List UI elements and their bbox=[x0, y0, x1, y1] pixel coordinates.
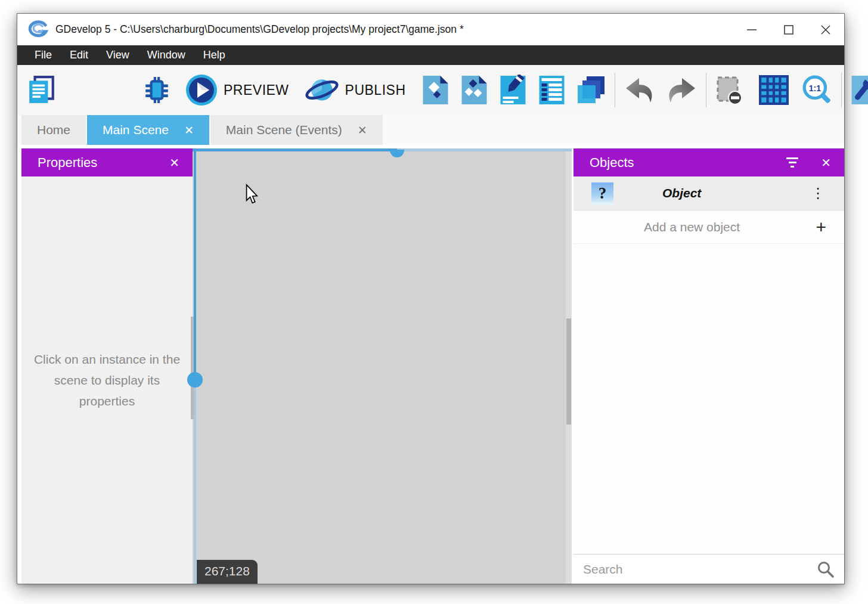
publish-globe-icon bbox=[305, 75, 339, 105]
edit-scene-button[interactable] bbox=[421, 75, 450, 106]
close-button[interactable] bbox=[807, 14, 844, 45]
object-name: Object bbox=[662, 186, 701, 200]
scene-icon bbox=[421, 75, 450, 106]
zoom-ratio-label: 1:1 bbox=[808, 83, 820, 93]
objects-header: Objects ✕ bbox=[574, 148, 844, 176]
close-panel-icon[interactable]: ✕ bbox=[169, 156, 179, 170]
cursor-coordinates-badge: 267;128 bbox=[197, 560, 258, 584]
properties-title: Properties bbox=[38, 155, 97, 171]
tab-main-scene-label: Main Scene bbox=[103, 123, 169, 137]
close-icon bbox=[819, 23, 832, 36]
zoom-1-1-icon: 1:1 bbox=[802, 75, 833, 106]
maximize-button[interactable] bbox=[770, 14, 807, 45]
edit-pencil-icon bbox=[499, 75, 527, 106]
tab-close-icon[interactable]: ✕ bbox=[358, 123, 367, 137]
object-thumbnail-icon: ? bbox=[591, 182, 613, 205]
objects-panel: Objects ✕ ? Object ⋮ Add a new object + bbox=[574, 148, 844, 584]
toggle-mask-button[interactable] bbox=[715, 75, 743, 105]
toggle-grid-button[interactable] bbox=[759, 75, 789, 105]
object-menu-icon[interactable]: ⋮ bbox=[811, 185, 825, 202]
tab-main-scene-events[interactable]: Main Scene (Events) ✕ bbox=[210, 115, 383, 145]
objects-search-bar bbox=[574, 554, 844, 584]
properties-body: Click on an instance in the scene to dis… bbox=[21, 176, 193, 584]
layers-icon bbox=[576, 75, 606, 105]
project-manager-icon bbox=[27, 76, 57, 104]
menu-view[interactable]: View bbox=[97, 45, 138, 65]
tab-home[interactable]: Home bbox=[21, 115, 86, 145]
add-object-label: Add a new object bbox=[644, 220, 740, 234]
wrench-doc-icon bbox=[850, 75, 868, 106]
canvas-scrollbar-track[interactable] bbox=[566, 151, 572, 584]
play-icon bbox=[185, 74, 218, 106]
close-panel-icon[interactable]: ✕ bbox=[821, 156, 831, 170]
scenes-list-button[interactable] bbox=[460, 75, 488, 106]
tab-main-scene-events-label: Main Scene (Events) bbox=[226, 123, 342, 137]
menu-help[interactable]: Help bbox=[194, 45, 234, 65]
search-input[interactable] bbox=[583, 562, 817, 577]
menu-file[interactable]: File bbox=[26, 45, 61, 65]
toolbar-separator bbox=[841, 73, 842, 107]
window-controls bbox=[733, 14, 844, 45]
properties-scrollbar-thumb[interactable] bbox=[191, 317, 194, 419]
filter-icon[interactable] bbox=[786, 157, 798, 168]
search-icon bbox=[817, 560, 835, 578]
properties-header: Properties ✕ bbox=[21, 148, 193, 176]
redo-button[interactable] bbox=[665, 76, 698, 104]
undo-button[interactable] bbox=[624, 76, 656, 104]
grid-icon bbox=[759, 75, 789, 105]
left-divider-handle[interactable] bbox=[187, 372, 203, 388]
tab-bar: Home Main Scene ✕ Main Scene (Events) ✕ bbox=[17, 115, 844, 145]
objects-title: Objects bbox=[590, 155, 634, 171]
canvas-scrollbar-thumb[interactable] bbox=[566, 318, 571, 425]
mouse-cursor-icon bbox=[241, 183, 259, 206]
toolbar: PREVIEW PUBLISH bbox=[17, 65, 844, 115]
object-list-item[interactable]: ? Object ⋮ bbox=[574, 176, 844, 210]
preview-label: PREVIEW bbox=[224, 82, 289, 98]
app-window: GDevelop 5 - C:\Users\charburg\Documents… bbox=[17, 13, 845, 584]
tab-home-label: Home bbox=[37, 123, 70, 137]
zoom-original-button[interactable]: 1:1 bbox=[802, 75, 833, 106]
open-events-button[interactable] bbox=[538, 75, 566, 106]
menu-bar: File Edit View Window Help bbox=[17, 45, 844, 65]
window-title: GDevelop 5 - C:\Users\charburg\Documents… bbox=[55, 23, 464, 36]
main-content: Properties ✕ Click on an instance in the… bbox=[17, 145, 844, 584]
properties-empty-message: Click on an instance in the scene to dis… bbox=[21, 349, 193, 411]
add-object-row[interactable]: Add a new object + bbox=[574, 210, 844, 244]
tab-main-scene[interactable]: Main Scene ✕ bbox=[87, 115, 209, 145]
titlebar: GDevelop 5 - C:\Users\charburg\Documents… bbox=[17, 14, 844, 45]
project-manager-button[interactable] bbox=[27, 76, 57, 104]
publish-button[interactable]: PUBLISH bbox=[305, 75, 406, 105]
redo-icon bbox=[665, 76, 698, 104]
gdevelop-logo-icon bbox=[27, 20, 48, 39]
plus-icon[interactable]: + bbox=[816, 217, 826, 237]
minimize-button[interactable] bbox=[733, 14, 770, 45]
scenes-list-icon bbox=[460, 75, 488, 106]
toolbar-separator bbox=[706, 73, 706, 107]
objects-groups-button[interactable] bbox=[576, 75, 606, 105]
events-sheet-icon bbox=[538, 75, 566, 106]
debugger-icon bbox=[142, 76, 171, 104]
properties-panel: Properties ✕ Click on an instance in the… bbox=[21, 148, 193, 584]
undo-icon bbox=[624, 76, 656, 104]
mask-icon bbox=[715, 75, 743, 105]
toolbar-separator bbox=[615, 73, 615, 107]
top-divider-line bbox=[193, 148, 572, 151]
maximize-icon bbox=[782, 23, 795, 36]
menu-window[interactable]: Window bbox=[138, 45, 194, 65]
objects-empty-area bbox=[574, 244, 844, 554]
tab-close-icon[interactable]: ✕ bbox=[184, 123, 194, 137]
publish-label: PUBLISH bbox=[345, 82, 406, 98]
scene-canvas[interactable]: 267;128 bbox=[193, 148, 572, 584]
edit-scene-properties-button[interactable] bbox=[499, 75, 527, 106]
debugger-button[interactable] bbox=[142, 76, 171, 104]
open-properties-button[interactable] bbox=[850, 75, 868, 106]
minimize-icon bbox=[745, 23, 758, 36]
menu-edit[interactable]: Edit bbox=[61, 45, 97, 65]
preview-button[interactable]: PREVIEW bbox=[185, 74, 289, 106]
left-divider-line bbox=[194, 151, 196, 584]
top-divider-handle[interactable] bbox=[390, 150, 404, 157]
